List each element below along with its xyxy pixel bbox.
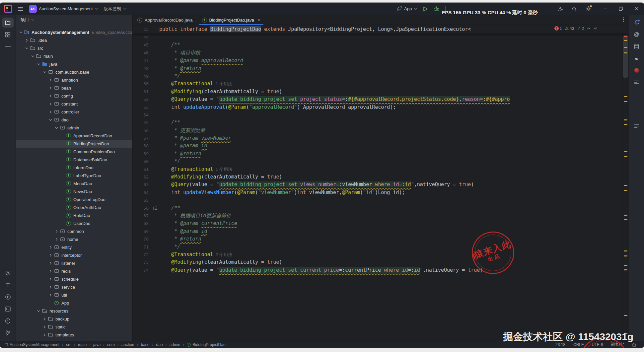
- tree-item-entity[interactable]: entity: [16, 243, 132, 251]
- tree-item-bean[interactable]: bean: [16, 84, 132, 92]
- line-number[interactable]: 50: [133, 80, 153, 88]
- tree-item-LabelTypeDao[interactable]: ILabelTypeDao: [16, 172, 132, 179]
- line-number[interactable]: 61: [133, 166, 153, 173]
- chevron-closed-icon[interactable]: [48, 268, 53, 274]
- line-number[interactable]: 55: [133, 119, 153, 126]
- tree-item-RoleDao[interactable]: IRoleDao: [16, 211, 132, 219]
- terminal-tool-icon[interactable]: [2, 304, 14, 314]
- search-icon[interactable]: [572, 6, 577, 12]
- maven-tool-icon[interactable]: m: [631, 53, 642, 63]
- commit-tool-icon[interactable]: [2, 30, 14, 39]
- chevron-closed-icon[interactable]: [48, 284, 53, 290]
- ai-assistant-icon[interactable]: @: [631, 30, 642, 39]
- line-number[interactable]: 56: [133, 127, 153, 134]
- line-number[interactable]: 70: [133, 235, 153, 243]
- chevron-closed-icon[interactable]: [48, 252, 53, 258]
- tree-item-CommonProblemDao[interactable]: ICommonProblemDao: [16, 148, 132, 156]
- line-number[interactable]: 69: [133, 228, 153, 235]
- line-number[interactable]: 58: [133, 142, 153, 150]
- line-number[interactable]: 51: [133, 88, 153, 96]
- chevron-closed-icon[interactable]: [48, 292, 53, 298]
- warning-stripe-mark[interactable]: [624, 269, 627, 270]
- scrollbar-thumb[interactable]: [623, 35, 628, 78]
- warning-stripe-mark[interactable]: [624, 265, 627, 266]
- warning-stripe-mark[interactable]: [624, 96, 627, 97]
- chevron-closed-icon[interactable]: [48, 276, 53, 282]
- breadcrumb-item-admin[interactable]: admin: [170, 342, 180, 347]
- tree-item-App[interactable]: App: [16, 299, 132, 307]
- chevron-closed-icon[interactable]: [42, 324, 47, 329]
- line-number[interactable]: 74: [133, 266, 153, 274]
- tab-BiddingProjectDao.java[interactable]: IBiddingProjectDao.java×: [197, 15, 265, 25]
- tree-item-com.auction.base[interactable]: com.auction.base: [16, 68, 132, 76]
- chevron-open-icon[interactable]: [36, 61, 41, 67]
- tree-item-redis[interactable]: redis: [16, 267, 132, 275]
- tree-item-templates[interactable]: templates: [16, 331, 132, 339]
- chevron-closed-icon[interactable]: [48, 109, 53, 114]
- tree-item-dao[interactable]: dao: [16, 116, 132, 124]
- warning-stripe-mark[interactable]: [624, 215, 627, 216]
- maximize-icon[interactable]: [619, 7, 623, 11]
- tree-item-InformDao[interactable]: IInformDao: [16, 164, 132, 172]
- device-lines-icon[interactable]: [631, 121, 642, 131]
- line-number[interactable]: 66: [133, 204, 153, 212]
- tree-item-controller[interactable]: controller: [16, 108, 132, 116]
- structure-lines-icon[interactable]: [631, 77, 642, 87]
- run-configuration-widget[interactable]: App: [396, 6, 417, 12]
- breadcrumb-item-java[interactable]: java: [93, 342, 101, 347]
- tree-item-backup[interactable]: backup: [16, 315, 132, 323]
- warning-stripe-mark[interactable]: [624, 255, 627, 256]
- warning-stripe-mark[interactable]: [624, 119, 627, 120]
- tree-item-.idea[interactable]: .idea: [16, 36, 132, 44]
- minimize-icon[interactable]: [603, 7, 608, 11]
- next-problem-icon[interactable]: [594, 27, 597, 30]
- error-stripe-mark[interactable]: [624, 36, 627, 37]
- warning-stripe-mark[interactable]: [624, 151, 627, 152]
- add-user-icon[interactable]: [557, 6, 563, 12]
- line-number[interactable]: 53: [133, 104, 153, 111]
- warning-stripe-mark[interactable]: [624, 124, 627, 125]
- tree-item-ApprovalRecordDao[interactable]: IApprovalRecordDao: [16, 132, 132, 140]
- tree-item-BiddingProjectDao[interactable]: IBiddingProjectDao: [16, 140, 132, 148]
- database-tool-icon[interactable]: [631, 41, 642, 51]
- line-number[interactable]: 44: [133, 34, 153, 41]
- warning-stripe-mark[interactable]: [624, 185, 627, 186]
- breadcrumb-item-com[interactable]: com: [107, 342, 115, 347]
- tree-item-annotion[interactable]: annotion: [16, 76, 132, 84]
- line-number[interactable]: 62: [133, 173, 153, 181]
- tree-item-static[interactable]: static: [16, 323, 132, 331]
- warning-stripe-mark[interactable]: [624, 190, 627, 191]
- breadcrumb-item-base[interactable]: base: [141, 342, 149, 347]
- tree-item-listener[interactable]: listener: [16, 259, 132, 267]
- javadoc-gutter-icon[interactable]: [153, 204, 159, 212]
- breadcrumb-item-src[interactable]: src: [66, 342, 71, 347]
- tree-item-util[interactable]: util: [16, 291, 132, 299]
- tree-item-AuctionSystemManagement[interactable]: AuctionSystemManagementE:\idea_space\Auc…: [16, 28, 132, 36]
- breadcrumb-item-BiddingProjectDao[interactable]: IBiddingProjectDao: [187, 342, 225, 347]
- line-number[interactable]: 52: [133, 96, 153, 103]
- line-number[interactable]: 67: [133, 212, 153, 220]
- line-number[interactable]: 73: [133, 258, 153, 266]
- chevron-open-icon[interactable]: [24, 45, 30, 51]
- chevron-closed-icon[interactable]: [54, 237, 59, 242]
- close-tab-icon[interactable]: ×: [258, 18, 260, 22]
- chevron-closed-icon[interactable]: [48, 77, 53, 83]
- vcs-widget[interactable]: 版本控制: [104, 6, 127, 12]
- chevron-open-icon[interactable]: [42, 69, 47, 75]
- tab-ApprovalRecordDao.java[interactable]: IApprovalRecordDao.java: [133, 15, 197, 25]
- warning-stripe-mark[interactable]: [624, 47, 627, 48]
- line-number[interactable]: 49: [133, 72, 153, 80]
- code-editor[interactable]: 4445 /**46 * 项目审核47 * @param approvalRec…: [133, 34, 622, 348]
- tree-item-common[interactable]: common: [16, 227, 132, 235]
- line-number[interactable]: 46: [133, 49, 153, 57]
- line-number[interactable]: 59: [133, 150, 153, 158]
- chevron-open-icon[interactable]: [36, 308, 41, 314]
- tree-item-home[interactable]: home: [16, 235, 132, 243]
- chevron-closed-icon[interactable]: [42, 332, 47, 337]
- chevron-closed-icon[interactable]: [48, 245, 53, 250]
- tree-item-interceptor[interactable]: interceptor: [16, 251, 132, 259]
- project-tool-icon[interactable]: [2, 18, 14, 28]
- more-tool-windows-icon[interactable]: [2, 41, 14, 51]
- services-tool-icon[interactable]: [2, 268, 14, 278]
- debug-icon[interactable]: [434, 6, 439, 12]
